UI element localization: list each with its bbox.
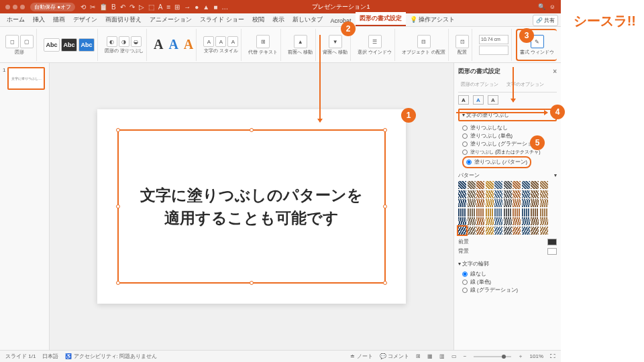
slide-number: 1	[3, 67, 5, 90]
annotation-2: 2	[341, 21, 356, 36]
ribbon-tabs: ホーム 挿入 描画 デザイン 画面切り替え アニメーション スライド ショー 校…	[0, 13, 561, 27]
grp-alt-text[interactable]: ⊞代替 テキスト	[246, 29, 281, 61]
watermark: シースラ!!	[574, 12, 636, 30]
tab-draw[interactable]: 描画	[49, 13, 69, 26]
text-fill-tab-icon[interactable]: A	[458, 95, 469, 105]
ribbon: ◻▢ 図形 AbcAbcAbc ◐◑◒ 図形の 塗りつぶし AAA AAA 文字…	[0, 27, 561, 63]
pattern-swatches[interactable]	[458, 181, 557, 235]
notes-button[interactable]: ≐ ノート	[350, 353, 372, 360]
share-button[interactable]: 🔗 共有	[533, 15, 558, 26]
slide-thumbnail-1[interactable]: 文字に塗りつぶし…	[7, 67, 45, 90]
grp-shapes[interactable]: ◻▢ 図形	[3, 29, 37, 61]
text-outline-section[interactable]: ▾ 文字の輪郭	[458, 259, 557, 269]
shape-options-tab[interactable]: 図形のオプション	[458, 80, 501, 89]
annotation-1: 1	[401, 108, 416, 123]
outline-gradient[interactable]: 線 (グラデーション)	[462, 286, 557, 294]
width-input[interactable]: 10.74 cm	[479, 35, 508, 44]
arrow-3	[513, 67, 514, 102]
accessibility-status[interactable]: ♿ アクセシビリティ: 問題ありません	[65, 353, 157, 360]
slide-counter: スライド 1/1	[5, 353, 36, 360]
foreground-color[interactable]	[547, 239, 557, 245]
text-effects-tab-icon[interactable]: A	[473, 95, 484, 105]
tab-view[interactable]: 表示	[268, 13, 288, 26]
tab-review[interactable]: 校閲	[248, 13, 268, 26]
fill-pattern[interactable]: 塗りつぶし (パターン)	[466, 158, 527, 166]
annotation-5: 5	[530, 135, 545, 150]
tab-design[interactable]: デザイン	[69, 13, 101, 26]
annotation-3: 3	[519, 28, 534, 43]
height-input[interactable]	[479, 46, 508, 55]
grp-arrange[interactable]: ⊡配置	[453, 29, 472, 61]
outline-solid[interactable]: 線 (単色)	[462, 278, 557, 286]
grp-shape-styles[interactable]: AbcAbcAbc	[41, 29, 98, 61]
window-controls[interactable]	[5, 5, 25, 9]
grp-text-effects[interactable]: AAA 文字の スタイル	[201, 29, 241, 61]
outline-none[interactable]: 線なし	[462, 270, 557, 278]
grp-shape-fill[interactable]: ◐◑◒ 図形の 塗りつぶし	[102, 29, 147, 61]
text-box-tab-icon[interactable]: A	[488, 95, 498, 105]
comments-button[interactable]: 💬 コメント	[380, 353, 409, 360]
tab-insert[interactable]: 挿入	[29, 13, 49, 26]
slide-canvas[interactable]: 文字に塗りつぶしのパターンを 適用することも可能です	[50, 63, 453, 350]
grp-bring-forward[interactable]: ▲前面へ 移動	[285, 29, 316, 61]
tab-animations[interactable]: アニメーション	[146, 13, 196, 26]
annotation-4: 4	[550, 105, 565, 119]
grp-selection-pane[interactable]: ☰選択 ウインドウ	[355, 29, 395, 61]
grp-wordart[interactable]: AAA	[151, 29, 197, 61]
tab-slideshow[interactable]: スライド ショー	[196, 13, 248, 26]
grp-align[interactable]: ⊟オブジェクト の配置	[399, 29, 449, 61]
zoom-slider[interactable]	[474, 356, 511, 357]
fill-none[interactable]: 塗りつぶしなし	[462, 124, 557, 132]
tab-newtab[interactable]: 新しいタブ	[288, 13, 327, 26]
doc-title: プレゼンテーション1	[312, 3, 370, 11]
view-sorter-icon[interactable]: ▦	[427, 353, 433, 359]
autosave-toggle[interactable]: 自動保存 ●オフ	[30, 3, 75, 11]
fill-picture[interactable]: 塗りつぶし (図またはテクスチャ)	[462, 148, 557, 156]
selected-textbox[interactable]: 文字に塗りつぶしのパターンを 適用することも可能です	[117, 129, 386, 284]
grp-size[interactable]: 10.74 cm	[476, 29, 512, 61]
text-fill-section-header[interactable]: ▾ 文字の塗りつぶし	[458, 109, 557, 121]
shape-icon[interactable]: ◻	[5, 35, 19, 48]
view-normal-icon[interactable]: ⊞	[416, 353, 421, 359]
language-indicator[interactable]: 日本語	[42, 353, 58, 360]
view-reading-icon[interactable]: ▥	[439, 353, 445, 359]
background-color[interactable]	[547, 248, 557, 255]
tab-shape-format[interactable]: 図形の書式設定	[356, 12, 406, 26]
format-shape-pane: 図形の書式設定× 図形のオプション 文字のオプション A A A ▾ 文字の塗り…	[453, 63, 561, 350]
slide-panel: 1 文字に塗りつぶし…	[0, 63, 50, 350]
pane-title: 図形の書式設定	[458, 67, 500, 76]
text-options-tab[interactable]: 文字のオプション	[504, 80, 547, 89]
view-slideshow-icon[interactable]: ▭	[451, 353, 457, 359]
zoom-level[interactable]: 101%	[530, 353, 543, 359]
fit-to-window-icon[interactable]: ⛶	[550, 353, 555, 359]
pattern-dropdown-icon[interactable]: ▾	[554, 172, 557, 179]
titlebar-right[interactable]: 🔍☺	[538, 3, 555, 10]
titlebar: 自動保存 ●オフ ⟲✂📋B↶↷▷⬚A≡⊞→●▲■… プレゼンテーション1 🔍☺	[0, 0, 561, 13]
tab-home[interactable]: ホーム	[3, 13, 29, 26]
tab-transitions[interactable]: 画面切り替え	[101, 13, 146, 26]
quick-access-toolbar[interactable]: ⟲✂📋B↶↷▷⬚A≡⊞→●▲■…	[80, 3, 228, 11]
close-pane-icon[interactable]: ×	[553, 68, 557, 75]
slide-text[interactable]: 文字に塗りつぶしのパターンを 適用することも可能です	[140, 184, 363, 230]
status-bar: スライド 1/1 日本語 ♿ アクセシビリティ: 問題ありません ≐ ノート 💬…	[0, 350, 561, 362]
arrow-4	[456, 112, 547, 113]
slide: 文字に塗りつぶしのパターンを 適用することも可能です	[97, 109, 406, 304]
arrow-2	[319, 35, 321, 122]
tab-tell-me[interactable]: 💡 操作アシスト	[406, 13, 460, 26]
